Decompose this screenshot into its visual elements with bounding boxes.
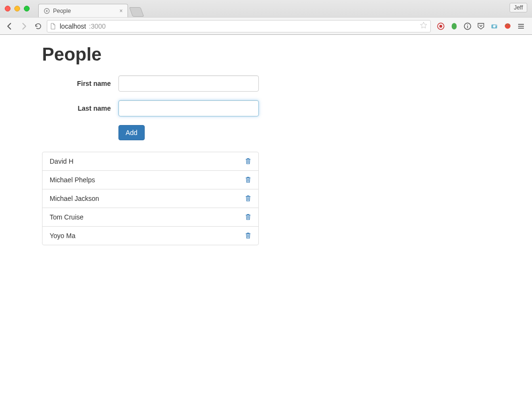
page-icon xyxy=(50,23,57,30)
tab-title: People xyxy=(53,8,71,14)
svg-rect-7 xyxy=(467,26,468,28)
page-content: People First name Last name Add David H … xyxy=(0,35,532,245)
svg-point-9 xyxy=(493,25,495,27)
extension-icon-1[interactable] xyxy=(436,22,445,31)
svg-point-1 xyxy=(46,10,48,12)
person-name: David H xyxy=(50,157,74,165)
first-name-label: First name xyxy=(42,80,118,87)
profile-badge[interactable]: Jeff xyxy=(510,3,527,12)
favicon-icon xyxy=(43,8,50,14)
traffic-lights xyxy=(0,6,30,11)
browser-chrome: People × Jeff localhost:3000 xyxy=(0,0,532,35)
trash-icon[interactable] xyxy=(245,177,251,183)
extension-icon-3[interactable] xyxy=(463,22,472,31)
last-name-row: Last name xyxy=(42,100,532,116)
browser-titlebar: People × Jeff xyxy=(0,0,532,17)
svg-point-10 xyxy=(496,24,497,25)
extension-icon-6[interactable] xyxy=(503,22,512,31)
extension-icon-4[interactable] xyxy=(477,22,485,31)
extension-icon-2[interactable] xyxy=(450,22,458,31)
list-item: Michael Jackson xyxy=(43,189,258,208)
list-item: Yoyo Ma xyxy=(43,227,258,245)
last-name-label: Last name xyxy=(42,104,118,112)
last-name-input[interactable] xyxy=(118,100,259,116)
maximize-window-button[interactable] xyxy=(24,6,30,11)
url-host: localhost xyxy=(60,22,86,30)
first-name-row: First name xyxy=(42,75,532,92)
person-name: Michael Jackson xyxy=(50,195,99,202)
trash-icon[interactable] xyxy=(245,214,251,220)
trash-icon[interactable] xyxy=(245,232,251,239)
svg-rect-6 xyxy=(467,24,468,25)
browser-toolbar: localhost:3000 xyxy=(0,17,532,34)
reload-button[interactable] xyxy=(32,21,44,32)
trash-icon[interactable] xyxy=(245,195,251,202)
extension-icon-5[interactable] xyxy=(490,22,499,31)
minimize-window-button[interactable] xyxy=(14,6,20,11)
hamburger-menu-icon[interactable] xyxy=(517,22,525,31)
page-title: People xyxy=(42,44,532,65)
extension-icons xyxy=(434,22,528,31)
bookmark-star-icon[interactable] xyxy=(420,21,427,31)
browser-tab[interactable]: People × xyxy=(38,4,128,17)
svg-point-3 xyxy=(439,25,442,28)
tab-strip: People × xyxy=(38,0,142,17)
list-item: David H xyxy=(43,152,258,171)
list-item: Tom Cruise xyxy=(43,208,258,227)
svg-point-4 xyxy=(452,23,457,29)
person-name: Michael Phelps xyxy=(50,176,95,184)
trash-icon[interactable] xyxy=(245,158,251,165)
url-port: :3000 xyxy=(89,22,106,30)
close-tab-icon[interactable]: × xyxy=(119,8,123,14)
person-name: Yoyo Ma xyxy=(50,232,75,240)
first-name-input[interactable] xyxy=(118,75,259,92)
new-tab-button[interactable] xyxy=(129,7,144,17)
person-name: Tom Cruise xyxy=(50,213,84,221)
button-row: Add xyxy=(42,125,532,140)
close-window-button[interactable] xyxy=(5,6,11,11)
add-button[interactable]: Add xyxy=(118,125,145,140)
address-bar[interactable]: localhost:3000 xyxy=(47,20,431,32)
forward-button[interactable] xyxy=(18,21,30,32)
back-button[interactable] xyxy=(4,21,15,32)
list-item: Michael Phelps xyxy=(43,171,258,189)
people-list: David H Michael Phelps Michael Jackson T… xyxy=(42,152,259,245)
